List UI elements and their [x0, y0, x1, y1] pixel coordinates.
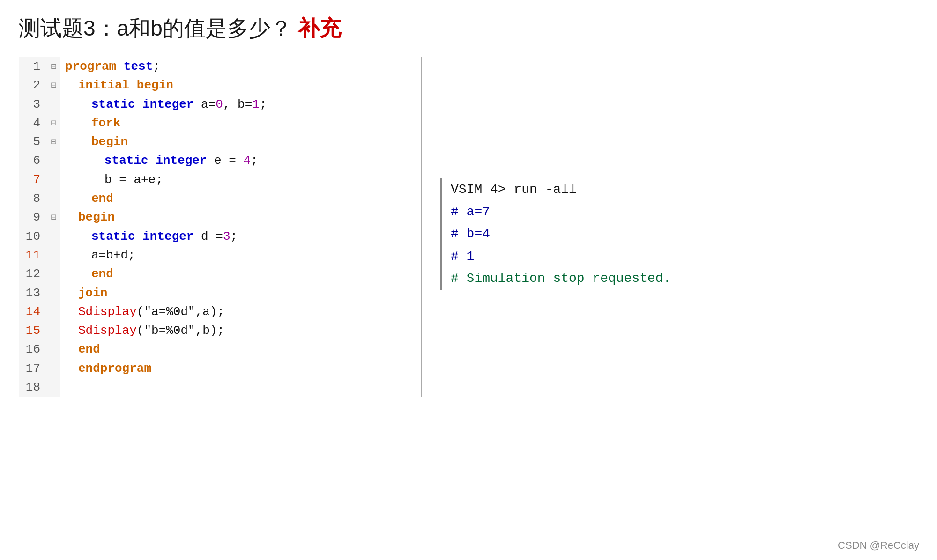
- line-number: 1: [19, 57, 47, 76]
- code-content: initial begin: [60, 76, 421, 95]
- line-number: 3: [19, 95, 47, 114]
- code-content: endprogram: [60, 359, 421, 378]
- fold-indicator: [47, 284, 60, 302]
- fold-indicator[interactable]: ⊟: [47, 208, 60, 227]
- code-content: begin: [60, 208, 421, 227]
- line-number: 15: [19, 321, 47, 340]
- page-container: 测试题3：a和b的值是多少？ 补充 1⊟program test;2⊟initi…: [0, 0, 937, 560]
- fold-indicator: [47, 246, 60, 265]
- code-line: 9⊟begin: [19, 208, 421, 227]
- page-title: 测试题3：a和b的值是多少？ 补充: [19, 16, 341, 40]
- code-line: 15$display("b=%0d",b);: [19, 321, 421, 340]
- token: integer: [142, 227, 193, 246]
- token: $display: [78, 302, 137, 321]
- fold-indicator[interactable]: ⊟: [47, 133, 60, 151]
- code-content: join: [60, 284, 421, 302]
- line-number: 8: [19, 189, 47, 208]
- line-number: 18: [19, 378, 47, 397]
- code-content: end: [60, 265, 421, 283]
- token: program: [65, 57, 116, 76]
- token: integer: [156, 151, 207, 170]
- code-content: b = a+e;: [60, 170, 421, 189]
- code-line: 18: [19, 378, 421, 397]
- token: end: [91, 265, 113, 283]
- token: fork: [91, 114, 120, 133]
- fold-indicator[interactable]: ⊟: [47, 76, 60, 95]
- terminal-line: # a=7: [451, 201, 671, 223]
- token: [116, 57, 124, 76]
- code-content: fork: [60, 114, 421, 133]
- line-number: 5: [19, 133, 47, 151]
- code-line: 4⊟fork: [19, 114, 421, 133]
- token: ;: [153, 57, 160, 76]
- token: begin: [91, 133, 128, 151]
- title-area: 测试题3：a和b的值是多少？ 补充: [19, 14, 918, 48]
- terminal-line: # b=4: [451, 223, 671, 245]
- token: [135, 95, 143, 114]
- token: 0: [216, 95, 223, 114]
- fold-indicator: [47, 321, 60, 340]
- token: begin: [137, 76, 173, 95]
- code-line: 5⊟begin: [19, 133, 421, 151]
- line-number: 16: [19, 340, 47, 359]
- code-content: end: [60, 340, 421, 359]
- code-content: static integer a=0, b=1;: [60, 95, 421, 114]
- token: initial: [78, 76, 129, 95]
- title-highlight: 补充: [298, 16, 341, 40]
- line-number: 9: [19, 208, 47, 227]
- fold-indicator[interactable]: ⊟: [47, 114, 60, 133]
- code-editor: 1⊟program test;2⊟initial begin3static in…: [19, 57, 422, 397]
- token: static: [91, 227, 135, 246]
- code-line: 1⊟program test;: [19, 57, 421, 76]
- fold-indicator: [47, 151, 60, 170]
- fold-indicator: [47, 359, 60, 378]
- line-number: 2: [19, 76, 47, 95]
- token: endprogram: [78, 359, 151, 378]
- fold-indicator: [47, 378, 60, 397]
- token: , b=: [223, 95, 252, 114]
- terminal: VSIM 4> run -all# a=7# b=4# 1# Simulatio…: [440, 178, 671, 290]
- fold-indicator[interactable]: ⊟: [47, 57, 60, 76]
- code-line: 17endprogram: [19, 359, 421, 378]
- code-line: 14$display("a=%0d",a);: [19, 302, 421, 321]
- line-number: 14: [19, 302, 47, 321]
- token: $display: [78, 321, 137, 340]
- token: d =: [193, 227, 223, 246]
- fold-indicator: [47, 189, 60, 208]
- token: integer: [142, 95, 193, 114]
- code-content: [60, 378, 421, 397]
- title-main: 测试题3：a和b的值是多少？: [19, 16, 292, 40]
- token: test: [124, 57, 153, 76]
- token: [149, 151, 156, 170]
- code-line: 8end: [19, 189, 421, 208]
- token: static: [104, 151, 149, 170]
- token: [129, 76, 137, 95]
- token: static: [91, 95, 135, 114]
- line-number: 10: [19, 227, 47, 246]
- code-line: 6static integer e = 4;: [19, 151, 421, 170]
- code-content: begin: [60, 133, 421, 151]
- code-line: 7b = a+e;: [19, 170, 421, 189]
- line-number: 12: [19, 265, 47, 283]
- code-line: 12end: [19, 265, 421, 283]
- code-line: 16end: [19, 340, 421, 359]
- code-content: $display("b=%0d",b);: [60, 321, 421, 340]
- code-line: 10static integer d =3;: [19, 227, 421, 246]
- code-content: a=b+d;: [60, 246, 421, 265]
- fold-indicator: [47, 95, 60, 114]
- token: ;: [251, 151, 258, 170]
- token: end: [78, 340, 100, 359]
- token: ("b=%0d",b);: [137, 321, 224, 340]
- token: a=: [193, 95, 216, 114]
- terminal-line: # 1: [451, 245, 671, 268]
- token: e =: [207, 151, 243, 170]
- content-area: 1⊟program test;2⊟initial begin3static in…: [19, 57, 918, 397]
- code-line: 13join: [19, 284, 421, 302]
- fold-indicator: [47, 265, 60, 283]
- token: b = a+e;: [104, 170, 163, 189]
- token: begin: [78, 208, 115, 227]
- code-content: static integer d =3;: [60, 227, 421, 246]
- code-content: static integer e = 4;: [60, 151, 421, 170]
- code-line: 3static integer a=0, b=1;: [19, 95, 421, 114]
- terminal-line: VSIM 4> run -all: [451, 178, 671, 201]
